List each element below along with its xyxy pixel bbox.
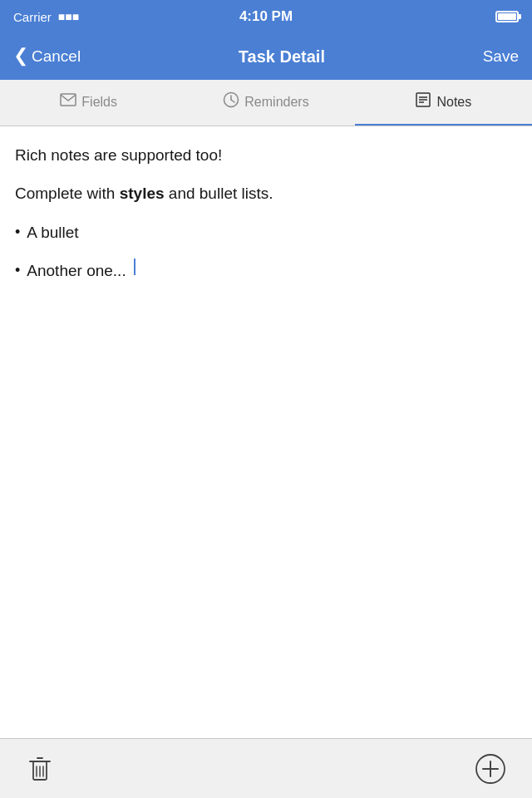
battery-indicator [495,11,519,22]
delete-button[interactable] [23,751,57,787]
save-button[interactable]: Save [483,47,519,66]
tab-reminders[interactable]: Reminders [177,80,354,126]
cancel-label: Cancel [32,47,81,66]
plus-icon [475,753,506,785]
chevron-left-icon: ❮ [13,45,28,66]
notes-line-2: Complete with styles and bullet lists. [15,181,517,206]
tab-bar: Fields Reminders Notes [0,80,532,126]
bottom-bar [0,738,532,798]
fields-icon [60,93,76,111]
reminders-icon [223,91,239,112]
status-time: 4:10 PM [239,8,293,25]
notes-bullet-1: • A bullet [15,220,517,245]
tab-fields-label: Fields [81,95,117,110]
battery-icon [495,11,519,22]
status-bar: Carrier ■■■ 4:10 PM [0,0,532,33]
notes-line-1: Rich notes are supported too! [15,143,517,168]
battery-fill [498,13,516,20]
tab-notes-label: Notes [436,95,471,110]
notes-text-2-prefix: Complete with [15,185,120,202]
notes-content[interactable]: Rich notes are supported too! Complete w… [0,126,532,738]
notes-icon [415,91,431,112]
svg-rect-0 [61,94,76,106]
page-title: Task Detail [239,47,325,66]
status-left: Carrier ■■■ [13,10,79,24]
carrier-label: Carrier [13,10,52,24]
add-button[interactable] [472,751,509,787]
bullet-dot-1: • [15,220,20,244]
trash-icon [27,754,53,784]
cancel-button[interactable]: ❮ Cancel [13,47,81,66]
bullet-text-1: A bullet [27,220,78,245]
notes-text-2-bold: styles [120,185,165,202]
nav-bar: ❮ Cancel Task Detail Save [0,33,532,80]
wifi-icon: ■■■ [58,10,79,23]
notes-text-1: Rich notes are supported too! [15,146,222,164]
svg-line-3 [231,100,234,102]
tab-notes[interactable]: Notes [355,80,532,126]
bullet-dot-2: • [15,259,20,283]
tab-reminders-label: Reminders [244,95,308,110]
bullet-text-2: Another one... [27,259,126,283]
notes-bullet-2: • Another one... [15,259,517,283]
text-cursor [134,259,135,275]
tab-fields[interactable]: Fields [0,80,177,126]
notes-text-2-suffix: and bullet lists. [165,185,273,202]
